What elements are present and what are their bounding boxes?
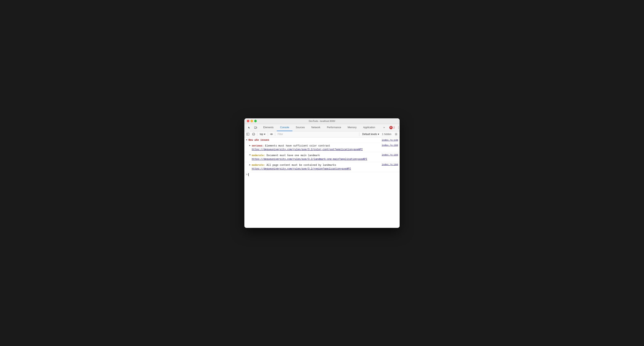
svg-point-7 [396, 134, 397, 135]
console-toolbar: top ▾ Default levels ▾ 1 hidden [244, 131, 400, 137]
issue-1-body: serious: Elements must have sufficient c… [252, 144, 379, 151]
issue-2-link[interactable]: https://dequeuniversity.com/rules/axe/3.… [252, 157, 379, 161]
devtools-window: DevTools - localhost:3000/ Elements [244, 118, 400, 228]
error-badge[interactable]: ✕ 2 [389, 126, 395, 129]
console-cursor [248, 173, 249, 176]
clear-console-button[interactable] [251, 132, 256, 136]
issue-3-severity: moderate: [252, 164, 265, 167]
svg-point-6 [271, 134, 272, 135]
toolbar-separator [257, 132, 257, 136]
tab-sources[interactable]: Sources [292, 124, 308, 131]
issue-2-body: moderate: Document must have one main la… [252, 154, 379, 161]
issue-1-severity: serious: [252, 144, 264, 147]
tab-network[interactable]: Network [308, 124, 324, 131]
issue-2-source[interactable]: index.js:166 [379, 154, 398, 156]
issue-2-text: Document must have one main landmark [265, 154, 320, 157]
window-title: DevTools - localhost:3000/ [309, 120, 335, 122]
issue-1-text: Elements must have sufficient color cont… [264, 144, 330, 147]
device-toolbar-button[interactable] [253, 125, 258, 130]
maximize-button[interactable] [254, 120, 257, 122]
issue-3-body: moderate: All page content must be conta… [252, 163, 379, 171]
console-content: ▼ New aXe issues index.js:146 ▶ serious:… [244, 137, 400, 228]
console-prompt: > [246, 173, 248, 176]
title-bar: DevTools - localhost:3000/ [244, 118, 400, 124]
close-button[interactable] [247, 120, 249, 122]
run-script-button[interactable] [246, 132, 250, 136]
tab-elements[interactable]: Elements [260, 124, 277, 131]
issue-3-text: All page content must be contained by la… [265, 164, 336, 167]
toolbar-separator-3 [275, 132, 275, 136]
tab-application[interactable]: Application [360, 124, 378, 131]
axe-group-source[interactable]: index.js:146 [382, 139, 398, 141]
toolbar-separator-2 [268, 132, 268, 136]
filter-input[interactable] [276, 133, 358, 136]
console-issue-2: ▼ moderate: Document must have one main … [244, 153, 400, 162]
tab-bar: Elements Console Sources Network Perform… [244, 124, 400, 131]
levels-button[interactable]: Default levels ▾ [360, 132, 381, 136]
hidden-count: 1 hidden [382, 133, 393, 136]
tab-bar-icons [245, 124, 260, 131]
issue-1-link[interactable]: https://dequeuniversity.com/rules/axe/3.… [252, 148, 379, 151]
tab-bar-right: » ✕ 2 ⋮ [378, 124, 400, 131]
tab-performance[interactable]: Performance [324, 124, 344, 131]
issue-3-link[interactable]: https://dequeuniversity.com/rules/axe/3.… [252, 167, 379, 171]
console-issue-3: ▶ moderate: All page content must be con… [244, 162, 400, 172]
issue-2-severity: moderate: [252, 154, 265, 157]
console-settings-button[interactable] [394, 132, 398, 136]
issue-2-toggle[interactable]: ▼ [249, 154, 250, 156]
issue-3-source[interactable]: index.js:166 [379, 163, 398, 166]
tab-console[interactable]: Console [277, 124, 292, 131]
more-options-button[interactable]: ⋮ [396, 126, 400, 129]
inspect-element-button[interactable] [247, 125, 252, 130]
toolbar-separator-4 [359, 132, 360, 136]
axe-group-title: New aXe issues [248, 139, 269, 142]
eye-button[interactable] [269, 132, 274, 136]
more-tabs-button[interactable]: » [380, 126, 388, 129]
axe-group-toggle[interactable]: ▼ [246, 139, 247, 141]
issue-3-toggle[interactable]: ▶ [249, 164, 250, 166]
svg-rect-1 [256, 127, 257, 128]
context-selector[interactable]: top ▾ [258, 132, 266, 136]
issue-1-source[interactable]: index.js:166 [379, 144, 398, 147]
console-input-line: > [244, 172, 400, 177]
tabs: Elements Console Sources Network Perform… [260, 124, 378, 131]
console-issue-1: ▶ serious: Elements must have sufficient… [244, 143, 400, 153]
error-icon: ✕ [389, 126, 393, 129]
minimize-button[interactable] [250, 120, 253, 122]
tab-memory[interactable]: Memory [344, 124, 360, 131]
traffic-lights [247, 120, 257, 122]
axe-group-header: ▼ New aXe issues index.js:146 [244, 137, 400, 143]
issue-1-toggle[interactable]: ▶ [249, 144, 250, 147]
